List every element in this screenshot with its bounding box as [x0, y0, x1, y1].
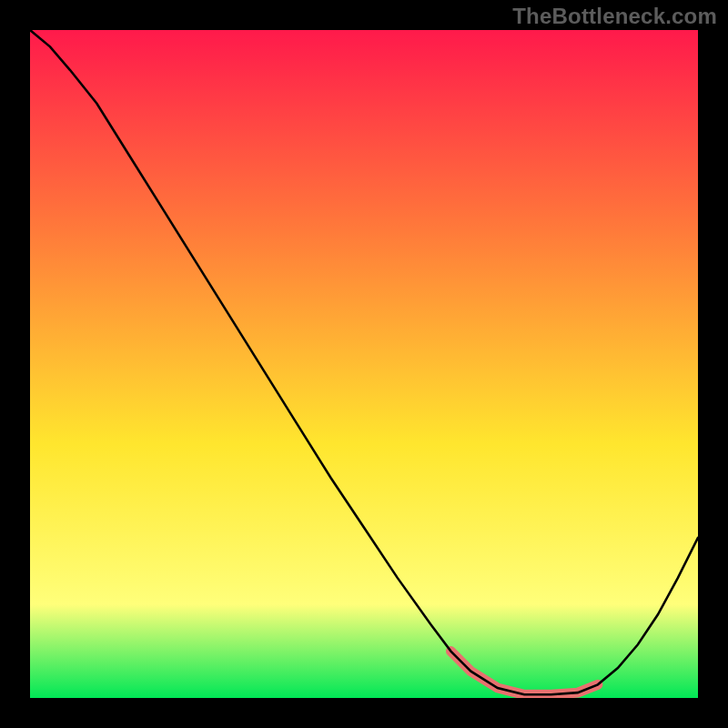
watermark-text: TheBottleneck.com	[512, 4, 717, 29]
gradient-background	[30, 30, 698, 698]
chart-frame: TheBottleneck.com	[0, 0, 728, 728]
chart-svg	[30, 30, 698, 698]
plot-area	[30, 30, 698, 698]
